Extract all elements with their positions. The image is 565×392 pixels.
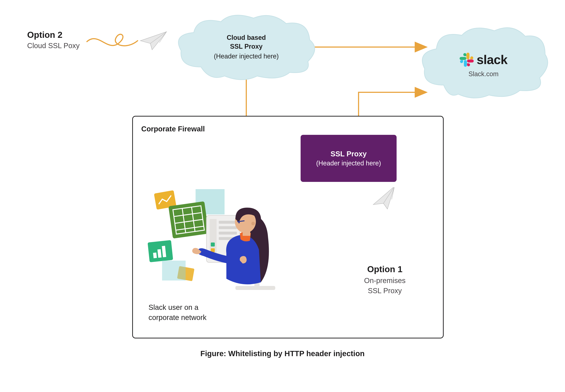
user-caption-line2: corporate network [148,312,206,322]
slack-wordmark: slack [477,53,507,67]
svg-rect-22 [162,261,186,280]
option1-label: Option 1 On-premises SSL Proxy [353,264,417,295]
paper-plane-icon [139,30,168,52]
svg-rect-25 [219,221,237,224]
svg-rect-26 [219,226,237,229]
ssl-proxy-title: SSL Proxy [331,150,366,158]
svg-marker-5 [371,187,400,211]
user-caption-line1: Slack user on a [148,302,206,312]
svg-point-36 [238,222,240,223]
svg-rect-29 [211,242,215,247]
option1-sub1: On-premises [353,276,417,285]
slack-domain: Slack.com [468,70,499,78]
option1-sub2: SSL Proxy [353,286,417,295]
paper-plane-icon [371,187,400,211]
cloud-proxy-line1: Cloud based [227,33,266,42]
slack-logo-icon [460,53,474,67]
user-illustration [141,185,284,300]
ssl-proxy-box: SSL Proxy (Header injected here) [301,135,397,182]
slack-cloud: slack Slack.com [418,24,549,101]
option1-title: Option 1 [353,264,417,274]
ssl-proxy-sub: (Header injected here) [316,159,381,167]
cloud-proxy-line2: SSL Proxy [230,42,262,51]
svg-rect-18 [153,252,157,258]
option2-title: Option 2 [27,30,80,40]
svg-point-37 [251,222,255,225]
corporate-firewall-label: Corporate Firewall [141,125,205,133]
svg-rect-33 [235,286,275,290]
figure-title: Figure: Whitelisting by HTTP header inje… [0,349,565,358]
option2-subtitle: Cloud SSL Poxy [27,42,80,50]
option2-label: Option 2 Cloud SSL Poxy [27,30,80,50]
cloud-proxy-line3: (Header injected here) [214,52,279,61]
svg-rect-27 [219,232,237,235]
cloud-ssl-proxy: Cloud based SSL Proxy (Header injected h… [174,13,319,82]
user-caption: Slack user on a corporate network [148,302,206,322]
